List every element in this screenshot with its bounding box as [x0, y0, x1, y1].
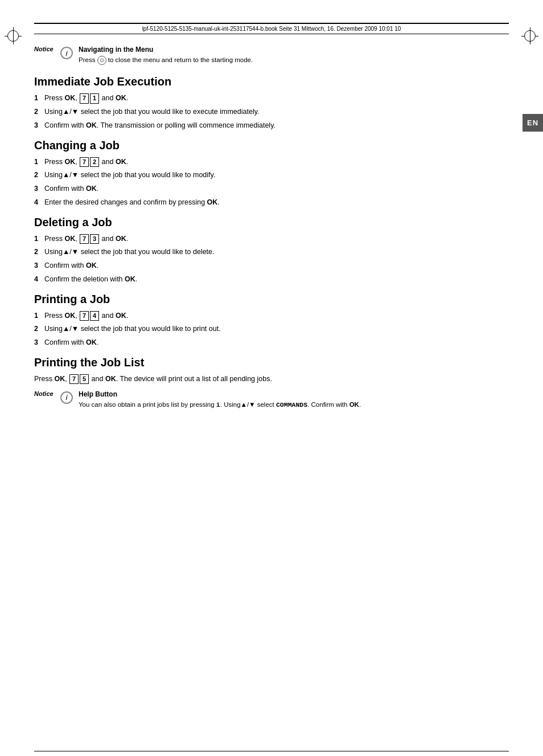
notice-content-2: Help Button You can also obtain a print … — [79, 390, 509, 410]
steps-printing: 1 Press OK, 74 and OK. 2 Using▲/▼ select… — [34, 310, 509, 348]
file-info: lpf-5120-5125-5135-manual-uk-int-2531175… — [142, 26, 401, 32]
notice-label-1: Notice — [34, 46, 55, 52]
corner-mark-tr — [521, 27, 538, 44]
key-3: 3 — [90, 234, 99, 244]
corner-mark-tl — [5, 27, 22, 44]
notice-help-button: Notice i Help Button You can also obtain… — [34, 390, 509, 410]
notice-text-1: Press ⊙ to close the menu and return to … — [79, 55, 509, 65]
notice-icon-2: i — [60, 391, 73, 404]
notice-content-1: Navigating in the Menu Press ⊙ to close … — [79, 46, 509, 65]
key-4: 4 — [90, 311, 99, 321]
key-7: 7 — [80, 93, 89, 103]
step-changing-1: 1 Press OK, 72 and OK. — [34, 157, 509, 167]
key-1: 1 — [90, 93, 99, 103]
footer: Fax · Jobs 31 — [34, 751, 509, 756]
notice-navigating: Notice i Navigating in the Menu Press ⊙ … — [34, 46, 509, 65]
printing-list-text: Press OK, 75 and OK. The device will pri… — [34, 374, 509, 385]
section-heading-deleting: Deleting a Job — [34, 216, 509, 229]
header-bar: lpf-5120-5125-5135-manual-uk-int-2531175… — [34, 23, 509, 34]
section-deleting-job: Deleting a Job 1 Press OK, 73 and OK. 2 … — [34, 216, 509, 285]
step-printing-1: 1 Press OK, 74 and OK. — [34, 310, 509, 321]
step-immediate-1: 1 Press OK, 71 and OK. — [34, 93, 509, 104]
step-immediate-2: 2 Using▲/▼ select the job that you would… — [34, 107, 509, 117]
steps-changing: 1 Press OK, 72 and OK. 2 Using▲/▼ select… — [34, 157, 509, 208]
section-heading-printing: Printing a Job — [34, 293, 509, 306]
section-changing-job: Changing a Job 1 Press OK, 72 and OK. 2 … — [34, 139, 509, 208]
key-7-2: 7 — [80, 157, 89, 167]
key-7-3: 7 — [80, 234, 89, 244]
steps-immediate: 1 Press OK, 71 and OK. 2 Using▲/▼ select… — [34, 93, 509, 130]
page: lpf-5120-5125-5135-manual-uk-int-2531175… — [0, 23, 543, 756]
cancel-circle-icon: ⊙ — [97, 56, 106, 65]
section-heading-immediate: Immediate Job Execution — [34, 75, 509, 88]
step-printing-3: 3 Confirm with OK. — [34, 337, 509, 348]
step-changing-4: 4 Enter the desired changes and confirm … — [34, 197, 509, 208]
main-content: Notice i Navigating in the Menu Press ⊙ … — [34, 40, 509, 410]
step-printing-2: 2 Using▲/▼ select the job that you would… — [34, 324, 509, 334]
key-7-5: 7 — [69, 374, 79, 384]
key-7-4: 7 — [80, 311, 89, 321]
step-deleting-4: 4 Confirm the deletion with OK. — [34, 274, 509, 285]
step-immediate-3: 3 Confirm with OK. The transmission or p… — [34, 120, 509, 131]
notice-title-1: Navigating in the Menu — [79, 46, 509, 54]
section-heading-changing: Changing a Job — [34, 139, 509, 152]
step-deleting-1: 1 Press OK, 73 and OK. — [34, 234, 509, 244]
section-printing-job: Printing a Job 1 Press OK, 74 and OK. 2 … — [34, 293, 509, 348]
section-immediate-job: Immediate Job Execution 1 Press OK, 71 a… — [34, 75, 509, 130]
key-2: 2 — [90, 157, 99, 167]
key-5: 5 — [80, 374, 89, 384]
steps-deleting: 1 Press OK, 73 and OK. 2 Using▲/▼ select… — [34, 234, 509, 285]
section-printing-job-list: Printing the Job List Press OK, 75 and O… — [34, 356, 509, 410]
section-heading-printing-list: Printing the Job List — [34, 356, 509, 369]
notice-label-2: Notice — [34, 390, 55, 397]
notice-title-2: Help Button — [79, 390, 509, 398]
step-changing-3: 3 Confirm with OK. — [34, 183, 509, 194]
step-deleting-3: 3 Confirm with OK. — [34, 260, 509, 271]
step-changing-2: 2 Using▲/▼ select the job that you would… — [34, 170, 509, 181]
step-deleting-2: 2 Using▲/▼ select the job that you would… — [34, 247, 509, 258]
language-tab: EN — [523, 114, 543, 132]
notice-text-2: You can also obtain a print jobs list by… — [79, 400, 509, 410]
notice-icon-1: i — [60, 47, 73, 59]
